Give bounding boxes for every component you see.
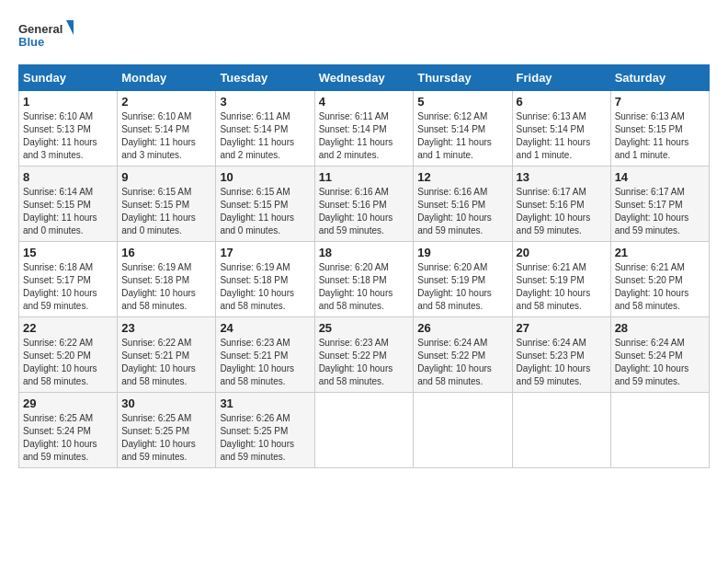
- day-info: Sunrise: 6:18 AM Sunset: 5:17 PM Dayligh…: [23, 261, 113, 313]
- weekday-header-sunday: Sunday: [19, 65, 118, 91]
- day-info: Sunrise: 6:26 AM Sunset: 5:25 PM Dayligh…: [220, 412, 310, 464]
- day-number: 2: [121, 95, 211, 109]
- weekday-header-wednesday: Wednesday: [314, 65, 414, 91]
- day-info: Sunrise: 6:19 AM Sunset: 5:18 PM Dayligh…: [220, 261, 310, 313]
- calendar-cell: 10 Sunrise: 6:15 AM Sunset: 5:15 PM Dayl…: [216, 167, 314, 242]
- calendar-cell: 16 Sunrise: 6:19 AM Sunset: 5:18 PM Dayl…: [118, 242, 216, 317]
- day-number: 3: [220, 95, 310, 109]
- day-info: Sunrise: 6:15 AM Sunset: 5:15 PM Dayligh…: [121, 186, 211, 237]
- day-number: 10: [220, 170, 310, 184]
- svg-text:Blue: Blue: [18, 35, 44, 49]
- day-info: Sunrise: 6:11 AM Sunset: 5:14 PM Dayligh…: [220, 110, 310, 162]
- day-number: 25: [319, 321, 410, 335]
- calendar-cell: 19 Sunrise: 6:20 AM Sunset: 5:19 PM Dayl…: [414, 242, 512, 317]
- day-info: Sunrise: 6:22 AM Sunset: 5:20 PM Dayligh…: [23, 337, 113, 388]
- day-info: Sunrise: 6:20 AM Sunset: 5:19 PM Dayligh…: [417, 261, 507, 313]
- day-info: Sunrise: 6:21 AM Sunset: 5:19 PM Dayligh…: [517, 261, 607, 313]
- logo-svg: General Blue: [18, 18, 74, 55]
- calendar-cell: [414, 393, 512, 468]
- day-info: Sunrise: 6:10 AM Sunset: 5:14 PM Dayligh…: [121, 110, 211, 162]
- day-number: 30: [121, 396, 211, 410]
- calendar-cell: 31 Sunrise: 6:26 AM Sunset: 5:25 PM Dayl…: [216, 393, 314, 468]
- weekday-header-thursday: Thursday: [414, 65, 512, 91]
- calendar-cell: 20 Sunrise: 6:21 AM Sunset: 5:19 PM Dayl…: [512, 242, 610, 317]
- day-number: 20: [517, 246, 607, 259]
- svg-text:General: General: [18, 22, 63, 36]
- svg-marker-2: [66, 20, 74, 35]
- week-row-4: 22 Sunrise: 6:22 AM Sunset: 5:20 PM Dayl…: [19, 317, 710, 393]
- calendar-cell: 15 Sunrise: 6:18 AM Sunset: 5:17 PM Dayl…: [19, 242, 118, 317]
- calendar-cell: 22 Sunrise: 6:22 AM Sunset: 5:20 PM Dayl…: [19, 317, 118, 393]
- day-info: Sunrise: 6:16 AM Sunset: 5:16 PM Dayligh…: [417, 186, 507, 237]
- day-number: 28: [615, 321, 705, 335]
- day-number: 8: [23, 170, 113, 184]
- calendar-cell: 4 Sunrise: 6:11 AM Sunset: 5:14 PM Dayli…: [314, 91, 414, 167]
- day-info: Sunrise: 6:14 AM Sunset: 5:15 PM Dayligh…: [23, 186, 113, 237]
- weekday-header-row: SundayMondayTuesdayWednesdayThursdayFrid…: [19, 65, 710, 91]
- day-info: Sunrise: 6:12 AM Sunset: 5:14 PM Dayligh…: [417, 110, 507, 162]
- calendar-cell: 25 Sunrise: 6:23 AM Sunset: 5:22 PM Dayl…: [314, 317, 414, 393]
- day-number: 9: [121, 170, 211, 184]
- day-info: Sunrise: 6:17 AM Sunset: 5:17 PM Dayligh…: [615, 186, 705, 237]
- calendar-cell: 6 Sunrise: 6:13 AM Sunset: 5:14 PM Dayli…: [512, 91, 610, 167]
- day-number: 14: [615, 170, 705, 184]
- day-number: 4: [319, 95, 410, 109]
- calendar-cell: 27 Sunrise: 6:24 AM Sunset: 5:23 PM Dayl…: [512, 317, 610, 393]
- calendar-cell: 2 Sunrise: 6:10 AM Sunset: 5:14 PM Dayli…: [118, 91, 216, 167]
- day-number: 22: [23, 321, 113, 335]
- calendar-cell: [512, 393, 610, 468]
- day-info: Sunrise: 6:21 AM Sunset: 5:20 PM Dayligh…: [615, 261, 705, 313]
- calendar-cell: 5 Sunrise: 6:12 AM Sunset: 5:14 PM Dayli…: [414, 91, 512, 167]
- day-number: 11: [319, 170, 410, 184]
- day-info: Sunrise: 6:16 AM Sunset: 5:16 PM Dayligh…: [319, 186, 410, 237]
- day-info: Sunrise: 6:11 AM Sunset: 5:14 PM Dayligh…: [319, 110, 410, 162]
- day-number: 12: [417, 170, 507, 184]
- day-number: 27: [517, 321, 607, 335]
- day-info: Sunrise: 6:24 AM Sunset: 5:23 PM Dayligh…: [517, 337, 607, 388]
- header: General Blue: [18, 18, 710, 55]
- calendar-cell: 14 Sunrise: 6:17 AM Sunset: 5:17 PM Dayl…: [610, 167, 709, 242]
- calendar-cell: 17 Sunrise: 6:19 AM Sunset: 5:18 PM Dayl…: [216, 242, 314, 317]
- day-number: 21: [615, 246, 705, 259]
- day-info: Sunrise: 6:20 AM Sunset: 5:18 PM Dayligh…: [319, 261, 410, 313]
- calendar-cell: 8 Sunrise: 6:14 AM Sunset: 5:15 PM Dayli…: [19, 167, 118, 242]
- day-info: Sunrise: 6:23 AM Sunset: 5:21 PM Dayligh…: [220, 337, 310, 388]
- week-row-1: 1 Sunrise: 6:10 AM Sunset: 5:13 PM Dayli…: [19, 91, 710, 167]
- day-info: Sunrise: 6:23 AM Sunset: 5:22 PM Dayligh…: [319, 337, 410, 388]
- day-number: 19: [417, 246, 507, 259]
- calendar-cell: 1 Sunrise: 6:10 AM Sunset: 5:13 PM Dayli…: [19, 91, 118, 167]
- weekday-header-friday: Friday: [512, 65, 610, 91]
- logo: General Blue: [18, 18, 74, 55]
- day-number: 17: [220, 246, 310, 259]
- calendar-cell: 11 Sunrise: 6:16 AM Sunset: 5:16 PM Dayl…: [314, 167, 414, 242]
- day-info: Sunrise: 6:13 AM Sunset: 5:14 PM Dayligh…: [517, 110, 607, 162]
- day-number: 7: [615, 95, 705, 109]
- calendar-cell: 28 Sunrise: 6:24 AM Sunset: 5:24 PM Dayl…: [610, 317, 709, 393]
- day-info: Sunrise: 6:25 AM Sunset: 5:24 PM Dayligh…: [23, 412, 113, 464]
- calendar-cell: 18 Sunrise: 6:20 AM Sunset: 5:18 PM Dayl…: [314, 242, 414, 317]
- day-info: Sunrise: 6:22 AM Sunset: 5:21 PM Dayligh…: [121, 337, 211, 388]
- calendar-cell: [314, 393, 414, 468]
- day-info: Sunrise: 6:10 AM Sunset: 5:13 PM Dayligh…: [23, 110, 113, 162]
- day-number: 31: [220, 396, 310, 410]
- week-row-5: 29 Sunrise: 6:25 AM Sunset: 5:24 PM Dayl…: [19, 393, 710, 468]
- day-number: 1: [23, 95, 113, 109]
- weekday-header-tuesday: Tuesday: [216, 65, 314, 91]
- day-info: Sunrise: 6:13 AM Sunset: 5:15 PM Dayligh…: [615, 110, 705, 162]
- calendar-cell: 26 Sunrise: 6:24 AM Sunset: 5:22 PM Dayl…: [414, 317, 512, 393]
- calendar-cell: 30 Sunrise: 6:25 AM Sunset: 5:25 PM Dayl…: [118, 393, 216, 468]
- week-row-3: 15 Sunrise: 6:18 AM Sunset: 5:17 PM Dayl…: [19, 242, 710, 317]
- calendar-cell: 9 Sunrise: 6:15 AM Sunset: 5:15 PM Dayli…: [118, 167, 216, 242]
- day-number: 23: [121, 321, 211, 335]
- calendar-cell: 24 Sunrise: 6:23 AM Sunset: 5:21 PM Dayl…: [216, 317, 314, 393]
- day-info: Sunrise: 6:17 AM Sunset: 5:16 PM Dayligh…: [517, 186, 607, 237]
- day-number: 29: [23, 396, 113, 410]
- calendar-cell: 21 Sunrise: 6:21 AM Sunset: 5:20 PM Dayl…: [610, 242, 709, 317]
- day-number: 26: [417, 321, 507, 335]
- day-number: 18: [319, 246, 410, 259]
- calendar-cell: 3 Sunrise: 6:11 AM Sunset: 5:14 PM Dayli…: [216, 91, 314, 167]
- weekday-header-monday: Monday: [118, 65, 216, 91]
- day-number: 24: [220, 321, 310, 335]
- day-info: Sunrise: 6:24 AM Sunset: 5:24 PM Dayligh…: [615, 337, 705, 388]
- day-number: 15: [23, 246, 113, 259]
